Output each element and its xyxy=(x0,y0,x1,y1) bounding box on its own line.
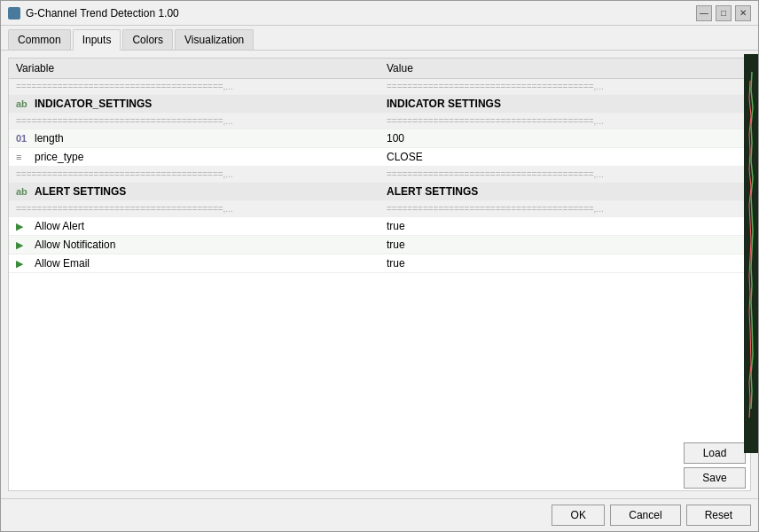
tab-common[interactable]: Common xyxy=(8,29,71,50)
sep-val-cell: ========================================… xyxy=(380,201,750,217)
data-var-cell[interactable]: ≡price_type xyxy=(9,148,380,167)
ab-icon: ab xyxy=(16,186,30,197)
tab-colors[interactable]: Colors xyxy=(122,29,173,50)
table-row: ========================================… xyxy=(9,167,750,183)
data-var-label: length xyxy=(35,132,64,145)
save-button[interactable]: Save xyxy=(684,467,746,489)
header-val-cell: INDICATOR SETTINGS xyxy=(380,95,750,113)
arrow-icon: ▶ xyxy=(16,221,30,232)
table-header-row: Variable Value xyxy=(9,59,750,79)
table-row[interactable]: ▶Allow Notification true xyxy=(9,236,750,254)
tabs-bar: Common Inputs Colors Visualization xyxy=(1,26,758,51)
ok-button[interactable]: OK xyxy=(552,505,605,526)
sep-val-cell: ========================================… xyxy=(380,113,750,129)
data-val-cell[interactable]: CLOSE xyxy=(380,148,750,167)
table-row: abINDICATOR_SETTINGS INDICATOR SETTINGS xyxy=(9,95,750,113)
title-controls: — □ ✕ xyxy=(696,5,751,21)
sep-val-cell: ========================================… xyxy=(380,167,750,183)
settings-table-container: Variable Value =========================… xyxy=(8,58,751,491)
maximize-button[interactable]: □ xyxy=(716,5,732,21)
tab-visualization[interactable]: Visualization xyxy=(175,29,254,50)
load-button[interactable]: Load xyxy=(684,442,746,464)
data-val-cell[interactable]: true xyxy=(380,254,750,273)
side-buttons: Load Save xyxy=(684,442,746,489)
data-var-cell[interactable]: ▶Allow Alert xyxy=(9,217,380,236)
data-var-label: Allow Email xyxy=(35,257,90,270)
data-var-cell[interactable]: ▶Allow Notification xyxy=(9,236,380,254)
arrow-icon: ▶ xyxy=(16,258,30,270)
sep-val-cell: ========================================… xyxy=(380,79,750,95)
col-variable: Variable xyxy=(9,59,380,79)
minimize-button[interactable]: — xyxy=(696,5,712,21)
content-area: Variable Value =========================… xyxy=(1,51,758,498)
table-row: abALERT SETTINGS ALERT SETTINGS xyxy=(9,183,750,201)
table-row[interactable]: ▶Allow Alert true xyxy=(9,217,750,236)
table-row: ========================================… xyxy=(9,201,750,217)
sep-var-cell: ========================================… xyxy=(9,113,380,129)
table-row[interactable]: 01length 100 xyxy=(9,129,750,148)
data-val-cell[interactable]: true xyxy=(380,236,750,254)
reset-button[interactable]: Reset xyxy=(686,505,751,526)
header-var-label: INDICATOR_SETTINGS xyxy=(35,98,152,110)
app-icon xyxy=(8,7,20,20)
footer: OK Cancel Reset xyxy=(1,498,758,531)
main-window: G-Channel Trend Detection 1.00 — □ ✕ Com… xyxy=(0,0,759,532)
data-val-cell[interactable]: 100 xyxy=(380,129,750,148)
data-var-label: Allow Alert xyxy=(35,220,84,232)
list-icon: ≡ xyxy=(16,152,30,162)
table-row: ========================================… xyxy=(9,113,750,129)
header-var-cell: abINDICATOR_SETTINGS xyxy=(9,95,380,113)
title-bar-left: G-Channel Trend Detection 1.00 xyxy=(8,7,179,20)
number-icon: 01 xyxy=(16,133,30,144)
arrow-icon: ▶ xyxy=(16,239,30,251)
cancel-button[interactable]: Cancel xyxy=(610,505,680,526)
col-value: Value xyxy=(380,59,750,79)
data-var-cell[interactable]: ▶Allow Email xyxy=(9,254,380,273)
table-row[interactable]: ≡price_type CLOSE xyxy=(9,148,750,167)
data-val-cell[interactable]: true xyxy=(380,217,750,236)
window-title: G-Channel Trend Detection 1.00 xyxy=(26,7,179,20)
table-row: ========================================… xyxy=(9,79,750,95)
title-bar: G-Channel Trend Detection 1.00 — □ ✕ xyxy=(1,1,758,26)
close-button[interactable]: ✕ xyxy=(735,5,751,21)
tab-inputs[interactable]: Inputs xyxy=(73,29,121,51)
chart-preview xyxy=(744,54,758,453)
data-var-label: price_type xyxy=(35,151,83,163)
data-var-label: Allow Notification xyxy=(35,239,115,251)
ab-icon: ab xyxy=(16,98,30,109)
settings-table: Variable Value =========================… xyxy=(9,59,750,273)
sep-var-cell: ========================================… xyxy=(9,201,380,217)
data-var-cell[interactable]: 01length xyxy=(9,129,380,148)
sep-var-cell: ========================================… xyxy=(9,167,380,183)
header-var-cell: abALERT SETTINGS xyxy=(9,183,380,201)
sep-var-cell: ========================================… xyxy=(9,79,380,95)
table-row[interactable]: ▶Allow Email true xyxy=(9,254,750,273)
header-val-cell: ALERT SETTINGS xyxy=(380,183,750,201)
header-var-label: ALERT SETTINGS xyxy=(35,185,126,198)
